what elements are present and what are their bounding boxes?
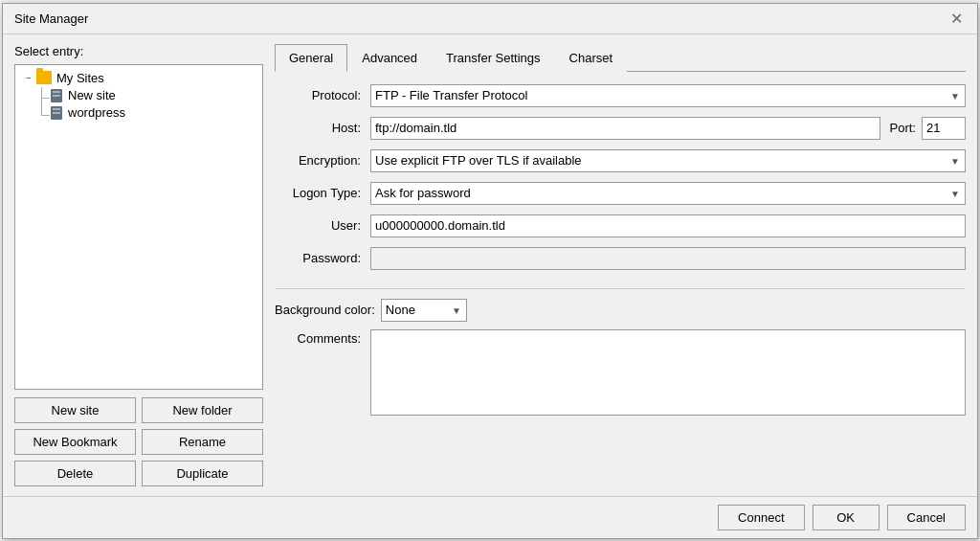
encryption-select-wrapper: Use explicit FTP over TLS if available ▼ xyxy=(370,149,966,172)
ok-button[interactable]: OK xyxy=(813,505,880,530)
action-buttons: New site New folder New Bookmark Rename … xyxy=(14,397,263,486)
host-input[interactable] xyxy=(370,117,880,140)
encryption-row: Encryption: Use explicit FTP over TLS if… xyxy=(275,148,966,173)
dialog-footer: Connect OK Cancel xyxy=(3,496,977,538)
encryption-select[interactable]: Use explicit FTP over TLS if available xyxy=(370,149,966,172)
new-folder-button[interactable]: New folder xyxy=(142,397,263,423)
logon-type-label: Logon Type: xyxy=(275,186,370,200)
delete-button[interactable]: Delete xyxy=(14,461,136,486)
tab-transfer-settings[interactable]: Transfer Settings xyxy=(432,44,555,72)
new-site-label: New site xyxy=(68,88,116,102)
title-bar: Site Manager ✕ xyxy=(3,4,977,34)
bg-color-select[interactable]: None xyxy=(381,299,467,322)
host-label: Host: xyxy=(275,121,370,135)
tab-advanced[interactable]: Advanced xyxy=(347,44,432,72)
close-button[interactable]: ✕ xyxy=(947,9,966,28)
protocol-row: Protocol: FTP - File Transfer Protocol ▼ xyxy=(275,83,966,108)
bg-color-row: Background color: None ▼ xyxy=(275,299,966,322)
logon-type-select[interactable]: Ask for password xyxy=(370,182,966,205)
tree-item-wordpress[interactable]: wordpress xyxy=(34,104,258,122)
logon-type-select-wrapper: Ask for password ▼ xyxy=(370,182,966,205)
cancel-button[interactable]: Cancel xyxy=(887,505,966,530)
my-sites-label: My Sites xyxy=(56,71,104,85)
protocol-select-wrapper: FTP - File Transfer Protocol ▼ xyxy=(370,84,966,107)
password-label: Password: xyxy=(275,251,370,265)
new-bookmark-button[interactable]: New Bookmark xyxy=(14,429,136,455)
left-panel: Select entry: − My Sites xyxy=(14,44,263,486)
rename-button[interactable]: Rename xyxy=(142,429,263,455)
tree-view[interactable]: − My Sites New site xyxy=(14,64,263,390)
tree-folder-header[interactable]: − My Sites xyxy=(19,69,258,87)
site-icon-new-site xyxy=(50,88,63,103)
tree-children: New site wordpress xyxy=(19,87,258,122)
tree-folder-my-sites: − My Sites New site xyxy=(19,69,258,122)
tab-bar: General Advanced Transfer Settings Chars… xyxy=(275,44,966,72)
site-icon-wordpress xyxy=(50,105,63,121)
right-panel: General Advanced Transfer Settings Chars… xyxy=(275,44,966,486)
user-label: User: xyxy=(275,218,370,233)
dialog-body: Select entry: − My Sites xyxy=(3,34,977,496)
user-row: User: xyxy=(275,214,966,238)
protocol-label: Protocol: xyxy=(275,88,370,102)
comments-row: Comments: xyxy=(275,329,966,486)
comments-textarea[interactable] xyxy=(370,329,966,416)
connect-button[interactable]: Connect xyxy=(718,505,804,530)
site-manager-dialog: Site Manager ✕ Select entry: − My Sites xyxy=(2,3,978,539)
bg-color-label: Background color: xyxy=(275,303,375,317)
tab-charset[interactable]: Charset xyxy=(555,44,628,72)
form-divider xyxy=(275,288,966,289)
bg-color-select-wrapper: None ▼ xyxy=(381,299,467,322)
logon-type-row: Logon Type: Ask for password ▼ xyxy=(275,181,966,206)
tree-item-new-site[interactable]: New site xyxy=(34,87,258,104)
protocol-select[interactable]: FTP - File Transfer Protocol xyxy=(370,84,966,107)
tree-connector-t xyxy=(34,87,50,104)
encryption-label: Encryption: xyxy=(275,153,370,168)
select-entry-label: Select entry: xyxy=(14,44,263,58)
comments-label: Comments: xyxy=(275,329,370,346)
tree-connector-l xyxy=(34,104,50,122)
port-input[interactable] xyxy=(922,117,966,140)
duplicate-button[interactable]: Duplicate xyxy=(142,461,263,486)
new-site-button[interactable]: New site xyxy=(14,397,136,423)
tab-general[interactable]: General xyxy=(275,44,347,72)
host-row: Host: Port: xyxy=(275,116,966,141)
expand-icon: − xyxy=(23,72,34,83)
port-label: Port: xyxy=(890,121,916,135)
dialog-title: Site Manager xyxy=(14,11,88,26)
form-area: Protocol: FTP - File Transfer Protocol ▼… xyxy=(275,83,966,486)
folder-icon xyxy=(36,71,52,84)
user-input[interactable] xyxy=(370,214,966,237)
site-icon-shape xyxy=(51,89,62,102)
site-icon-shape-wp xyxy=(51,106,62,120)
password-input[interactable] xyxy=(370,247,966,270)
wordpress-label: wordpress xyxy=(68,105,125,120)
password-row: Password: xyxy=(275,246,966,271)
